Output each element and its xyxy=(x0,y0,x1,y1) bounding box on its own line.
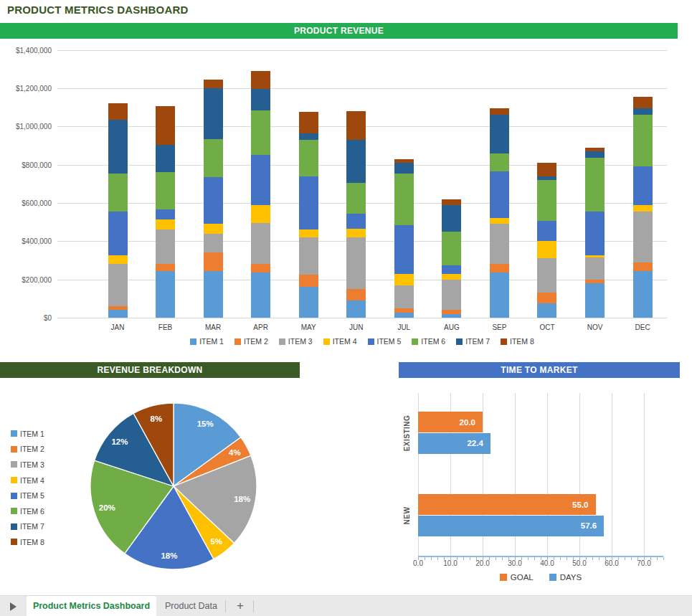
axis-tick xyxy=(592,557,593,560)
revenue-chart-legend: ITEM 1ITEM 2ITEM 3ITEM 4ITEM 5ITEM 6ITEM… xyxy=(57,337,667,346)
axis-tick xyxy=(521,557,522,560)
legend-swatch xyxy=(549,574,556,581)
x-axis-tick-label: 0.0 xyxy=(413,559,423,567)
bar-segment xyxy=(490,108,509,115)
axis-tick xyxy=(547,557,548,560)
axis-tick xyxy=(502,557,503,560)
add-sheet-button[interactable]: + xyxy=(227,596,253,616)
bar-segment xyxy=(394,225,414,274)
tab-product-data[interactable]: Product Data xyxy=(157,596,225,616)
tab-divider xyxy=(253,600,254,612)
legend-swatch xyxy=(501,338,507,345)
sheet-tabs-scroll-arrow-icon[interactable] xyxy=(10,602,16,611)
bar-segment xyxy=(633,166,653,204)
x-axis-tick-label: 10.0 xyxy=(443,559,457,567)
axis-tick xyxy=(457,557,458,560)
bar-segment xyxy=(442,274,461,280)
bar-segment xyxy=(204,177,223,224)
axis-tick xyxy=(483,557,483,560)
bar-segment xyxy=(204,252,223,270)
axis-tick xyxy=(554,557,554,560)
axis-tick xyxy=(657,557,658,560)
revenue-breakdown-banner: REVENUE BREAKDOWN xyxy=(0,362,300,378)
axis-tick xyxy=(644,557,645,560)
bar-segment xyxy=(204,224,223,233)
x-axis-month-label: JAN xyxy=(111,323,125,331)
y-axis-tick-label: $400,000 xyxy=(0,237,52,245)
bar-segment xyxy=(442,199,461,205)
bar-segment xyxy=(537,258,556,293)
bar-segment xyxy=(346,289,366,300)
bar-segment xyxy=(299,287,318,318)
value-bar: 57.6 xyxy=(418,516,604,536)
bar-segment xyxy=(156,219,175,230)
bar-segment xyxy=(537,293,556,303)
bar-segment xyxy=(585,151,605,158)
bar-segment xyxy=(394,313,414,318)
product-revenue-banner: PRODUCT REVENUE xyxy=(0,23,678,39)
bar-segment xyxy=(394,159,414,163)
legend-label: ITEM 8 xyxy=(510,337,534,346)
value-bar: 55.0 xyxy=(418,494,596,515)
bar-segment xyxy=(537,241,556,258)
legend-item: ITEM 1 xyxy=(190,337,224,346)
category-label: NEW xyxy=(403,506,411,524)
legend-item: ITEM 4 xyxy=(323,337,357,346)
bar-segment xyxy=(251,89,270,110)
sheet-tab-bar: Product Metrics Dashboard Product Data + xyxy=(0,595,692,616)
chart-gridline xyxy=(57,50,667,51)
value-bar: 22.4 xyxy=(418,433,490,454)
bar-segment xyxy=(585,280,605,283)
axis-tick xyxy=(612,557,612,560)
bar-segment xyxy=(156,106,175,144)
x-axis-month-label: FEB xyxy=(158,323,172,331)
axis-tick xyxy=(573,557,574,560)
bar-value-label: 20.0 xyxy=(460,418,483,427)
time-to-market-chart[interactable]: 0.010.020.030.040.050.060.070.0EXISTING2… xyxy=(0,387,692,592)
bar-segment xyxy=(108,103,128,120)
bar-segment xyxy=(490,273,509,318)
legend-swatch xyxy=(190,338,196,345)
x-axis-tick-label: 60.0 xyxy=(605,559,618,567)
legend-item: ITEM 7 xyxy=(456,337,490,346)
axis-tick xyxy=(663,557,664,560)
x-axis-month-label: SEP xyxy=(492,323,506,331)
bar-segment xyxy=(633,271,653,318)
value-bar: 20.0 xyxy=(418,412,483,432)
x-axis-month-label: NOV xyxy=(587,323,603,331)
bar-segment xyxy=(108,174,128,212)
product-revenue-chart[interactable]: $1,400,000$1,200,000$1,000,000$800,000$6… xyxy=(0,39,692,355)
legend-item: ITEM 2 xyxy=(234,337,268,346)
bar-segment xyxy=(490,224,509,264)
axis-tick xyxy=(528,557,529,560)
bar-segment xyxy=(490,218,509,224)
bar-segment xyxy=(251,205,270,223)
bar-segment xyxy=(633,212,653,262)
x-axis-tick-label: 70.0 xyxy=(637,559,650,567)
y-axis-tick-label: $1,000,000 xyxy=(0,123,52,131)
bar-segment xyxy=(490,171,509,218)
bar-segment xyxy=(299,176,318,230)
axis-tick xyxy=(586,557,587,560)
legend-swatch xyxy=(234,338,241,345)
legend-label: ITEM 5 xyxy=(377,337,402,346)
bar-segment xyxy=(156,264,175,270)
bar-segment xyxy=(108,306,128,310)
spreadsheet-dashboard: PRODUCT METRICS DASHBOARD PRODUCT REVENU… xyxy=(0,0,692,616)
axis-tick xyxy=(631,557,632,560)
legend-item: ITEM 3 xyxy=(279,337,313,346)
tab-product-metrics-dashboard[interactable]: Product Metrics Dashboard xyxy=(27,596,156,616)
bar-segment xyxy=(394,285,414,308)
axis-tick xyxy=(476,557,477,560)
axis-tick xyxy=(560,557,561,560)
tab-divider xyxy=(225,600,226,612)
axis-tick xyxy=(650,557,651,560)
bar-segment xyxy=(204,88,223,139)
axis-tick xyxy=(418,557,419,560)
bar-segment xyxy=(537,163,556,176)
legend-item: ITEM 8 xyxy=(501,337,534,346)
chart-gridline xyxy=(57,318,667,318)
legend-swatch xyxy=(323,338,330,345)
x-axis-month-label: JUN xyxy=(349,323,363,331)
time-to-market-banner: TIME TO MARKET xyxy=(399,362,680,378)
